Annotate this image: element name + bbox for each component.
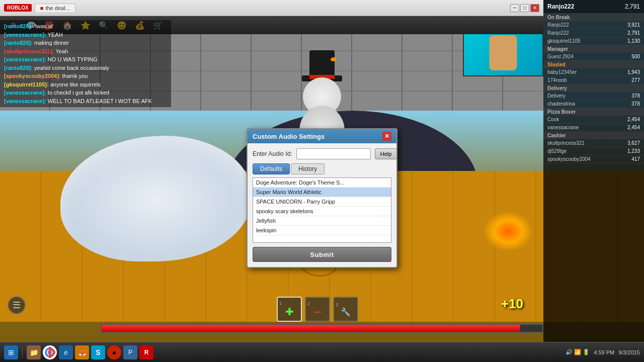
hotbar-icon-3: 🔧 — [341, 307, 351, 317]
hotbar-slot-2[interactable]: 2 ─ — [305, 297, 330, 322]
lb-row: 174noob277 — [543, 76, 644, 84]
snowman-nose — [331, 57, 337, 61]
dialog-close-button[interactable]: ✕ — [382, 132, 391, 141]
tab-defaults[interactable]: Defaults — [253, 163, 290, 174]
lb-row: vanessacrane2,454 — [543, 124, 644, 132]
roblox-tab-icon: ■ — [40, 5, 44, 11]
chat-line: [ranto828]: making dinner — [4, 39, 167, 47]
start-button[interactable]: ⊞ — [4, 345, 18, 359]
taskbar-icon-unknown[interactable]: 🦊 — [75, 345, 89, 359]
roblox-logo: ROBLOX — [4, 4, 32, 12]
custom-audio-dialog: Custom Audio Settings ✕ Enter Audio Id: … — [247, 128, 397, 268]
taskbar-date: 9/3/2015 — [618, 349, 640, 355]
chat-panel: [ranto828]: 'twas af [vanessacrane]: YEA… — [0, 20, 171, 107]
taskbar-icon-chrome[interactable] — [43, 345, 57, 359]
audio-item-jellyfish[interactable]: Jellyfish — [253, 216, 391, 226]
lb-row: Delivery378 — [543, 92, 644, 100]
health-fill — [102, 325, 520, 332]
hotbar-icon-1: ✚ — [285, 306, 294, 318]
taskbar-icon-skype[interactable]: S — [91, 345, 105, 359]
lb-row: Ranjo2222,791 — [543, 29, 644, 37]
tab-label: the deal... — [45, 5, 69, 11]
hotbar: 1 ✚ 2 ─ 3 🔧 — [277, 297, 358, 322]
minimize-button[interactable]: ─ — [510, 4, 519, 12]
taskbar-icon-roblox[interactable]: R — [139, 345, 153, 359]
maximize-button[interactable]: □ — [520, 4, 529, 12]
chat-line: [ranto828]: yeahid come back occasionaly — [4, 64, 167, 72]
system-tray: 🔊 📶 🔋 4:59 PM 9/3/2015 — [566, 349, 640, 355]
section-on-break: On Break — [543, 14, 644, 21]
taskbar-icon-red[interactable]: ● — [107, 345, 121, 359]
chat-line: [vanessacrane]: YEAH — [4, 31, 167, 39]
section-manager: Manager — [543, 45, 644, 53]
health-bar — [101, 324, 543, 333]
chat-line: [vanessacrane]: NO U WAS TYPING — [4, 55, 167, 64]
fire-effect — [483, 211, 533, 251]
audio-id-label: Enter Audio Id: — [253, 150, 292, 157]
close-button[interactable]: ✕ — [530, 4, 539, 12]
chat-line: [skullprincess321]: Yeah — [4, 47, 167, 56]
audio-list-container: Doge Adventure: Doge's Theme S... Super … — [253, 177, 391, 243]
section-slusled: Slusled — [543, 61, 644, 68]
audio-item-mario[interactable]: Super Mario World Athletic — [253, 188, 391, 197]
window-tab[interactable]: ■ the deal... — [35, 4, 75, 12]
lb-row: baby12345er1,943 — [543, 68, 644, 76]
taskbar-time: 4:59 PM — [594, 349, 614, 355]
audio-id-row: Enter Audio Id: Help — [253, 148, 391, 159]
menu-button[interactable]: ☰ — [8, 296, 26, 314]
chat-line: [gksquirrel1105]: anyone like squirrels — [4, 80, 167, 89]
tab-history[interactable]: History — [291, 163, 325, 174]
chat-line: [vanessacrane]: WELL TO BAD ATLEASET I W… — [4, 97, 167, 106]
dialog-title: Custom Audio Settings — [253, 133, 325, 140]
lb-row: Guest 2924500 — [543, 53, 644, 61]
audio-item-leekspin[interactable]: leekspin — [253, 226, 391, 235]
dialog-body: Enter Audio Id: Help Defaults History Do… — [248, 143, 396, 267]
dialog-tabs: Defaults History — [253, 163, 391, 174]
taskbar-icon-ie[interactable]: e — [59, 345, 73, 359]
hotbar-slot-num: 1 — [278, 301, 282, 306]
hotbar-slot-3[interactable]: 3 🔧 — [333, 297, 358, 322]
hotbar-icon-2: ─ — [314, 306, 321, 318]
dialog-title-bar: Custom Audio Settings ✕ — [248, 129, 396, 143]
hotbar-slot-num: 2 — [306, 301, 310, 306]
lb-row: chadendrina378 — [543, 100, 644, 108]
hotbar-slot-num: 3 — [334, 302, 338, 307]
taskbar-separator — [22, 346, 23, 358]
audio-item-doge[interactable]: Doge Adventure: Doge's Theme S... — [253, 178, 391, 188]
score-indicator: +10 — [501, 296, 523, 312]
lb-row: dj528tge1,233 — [543, 147, 644, 155]
section-cashier: Cashier — [543, 132, 644, 139]
taskbar-icon-p[interactable]: P — [123, 345, 137, 359]
lb-row: gksquirrel11051,130 — [543, 37, 644, 45]
systray-icons: 🔊 📶 🔋 — [566, 349, 590, 355]
section-pizza-boxer: Pizza Boxer — [543, 108, 644, 116]
lb-row: spookyscooby2004417 — [543, 155, 644, 163]
leaderboard-panel: Ranjo222 2,791 On Break Ranjo2223,921 Ra… — [543, 0, 644, 362]
section-delivery: Delivery — [543, 84, 644, 92]
lb-row: Cook2,454 — [543, 116, 644, 124]
submit-button[interactable]: Submit — [253, 247, 391, 262]
taskbar: ⊞ 📁 e 🦊 S ● P R 🔊 📶 🔋 4:59 PM 9/3/2015 — [0, 342, 644, 362]
help-button[interactable]: Help — [375, 148, 397, 159]
taskbar-icon-folder[interactable]: 📁 — [27, 345, 41, 359]
audio-list[interactable]: Doge Adventure: Doge's Theme S... Super … — [253, 177, 391, 243]
player-money: 2,791 — [625, 3, 640, 10]
lb-row: skullprincess3213,627 — [543, 139, 644, 147]
snow-blob — [60, 136, 252, 261]
player-username: Ranjo222 — [547, 3, 574, 10]
hotbar-slot-1[interactable]: 1 ✚ — [277, 297, 302, 322]
chat-line: [spookyscooby2004]: thamk you — [4, 72, 167, 80]
lb-row: Ranjo2223,921 — [543, 21, 644, 29]
audio-id-input[interactable] — [296, 148, 371, 159]
window-title-bar: ROBLOX ■ the deal... ─ □ ✕ — [0, 0, 543, 16]
audio-item-unicorn[interactable]: SPACE UNICORN - Parry Gripp — [253, 197, 391, 207]
player-header: Ranjo222 2,791 — [543, 0, 644, 14]
window-controls: ─ □ ✕ — [510, 4, 539, 12]
chat-line: [vanessacrane]: to checkif i got afk kic… — [4, 88, 167, 97]
chat-line: [ranto828]: 'twas af — [4, 22, 167, 31]
audio-item-skeletons[interactable]: spooky scary skeletons — [253, 207, 391, 216]
